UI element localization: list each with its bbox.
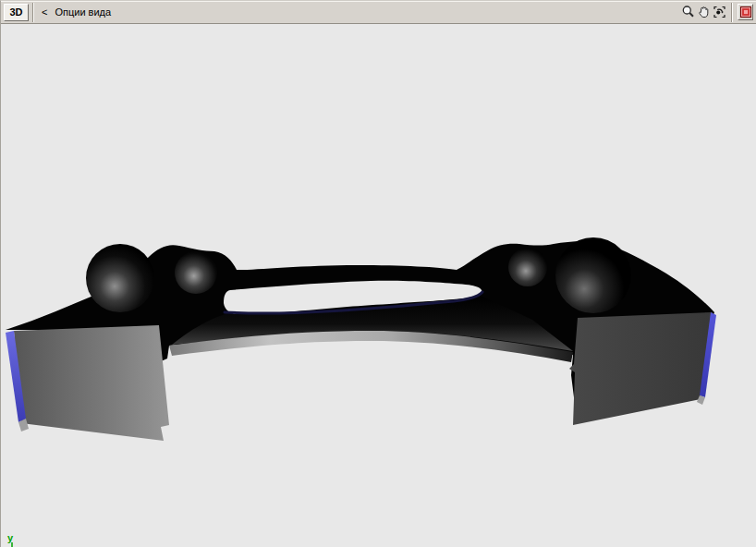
model-right-panel-face xyxy=(569,312,713,425)
rotate-view-icon[interactable] xyxy=(712,5,726,20)
viewport-3d[interactable]: x y z xyxy=(1,24,756,547)
toolbar-title: Опции вида xyxy=(55,6,111,18)
shade-color-icon-glyph xyxy=(740,6,751,18)
view-toolbar: 3D < Опции вида xyxy=(1,1,756,24)
axes-indicator: x y z xyxy=(1,532,18,547)
toolbar-separator xyxy=(731,3,733,22)
rotate-view-icon-glyph xyxy=(713,5,726,19)
collapse-chevron-icon[interactable]: < xyxy=(42,6,47,18)
zoom-icon-glyph xyxy=(681,5,695,19)
model-sphere-left-large xyxy=(86,244,154,312)
pan-hand-icon[interactable] xyxy=(696,5,711,20)
toolbar-separator xyxy=(32,3,34,22)
shade-color-icon[interactable] xyxy=(738,4,753,20)
model-sphere-right-small xyxy=(508,248,547,286)
y-axis-label: y xyxy=(7,532,14,543)
zoom-icon[interactable] xyxy=(680,5,695,20)
model-sphere-left-small xyxy=(175,251,217,294)
pan-hand-icon-glyph xyxy=(697,5,711,19)
toolbar-icon-group xyxy=(680,3,753,22)
mode-3d-button[interactable]: 3D xyxy=(4,4,29,21)
view-options-window: 3D < Опции вида xyxy=(0,0,756,547)
scene-svg: x y z xyxy=(1,24,756,547)
model-sphere-right-large xyxy=(555,237,631,313)
model-left-panel-face xyxy=(14,325,169,441)
